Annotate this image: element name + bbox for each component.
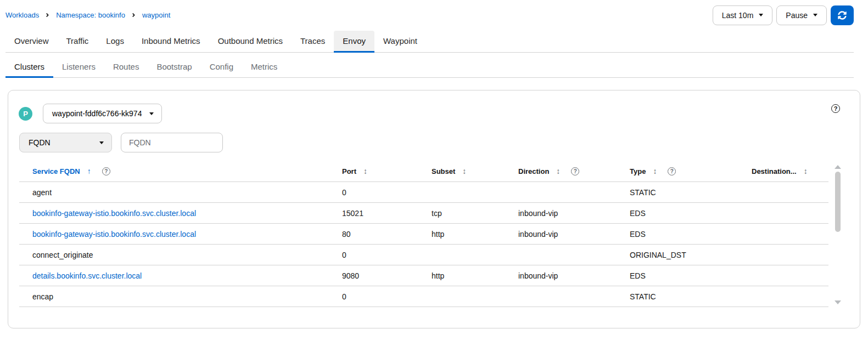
cell-port: 15021 [329,203,418,224]
column-type: Type ↕ ? [617,167,738,182]
table-row: bookinfo-gateway-istio.bookinfo.svc.clus… [19,224,828,245]
sort-icon[interactable]: ↕ [653,167,657,175]
column-service-fqdn-label[interactable]: Service FQDN [32,167,80,175]
envoy-clusters-card: P waypoint-fddf6c766-kk974 ? FQDN Servic… [8,90,860,328]
filter-type-label: FQDN [29,138,51,147]
pod-select-label: waypoint-fddf6c766-kk974 [52,109,142,118]
cell-port: 0 [329,245,418,265]
column-subset: Subset ↕ [418,167,505,182]
table-row: details.bookinfo.svc.cluster.local 9080 … [19,265,828,286]
breadcrumb-workloads-link[interactable]: Workloads [5,11,39,19]
service-fqdn-help-icon[interactable]: ? [102,167,110,175]
table-row: bookinfo-gateway-istio.bookinfo.svc.clus… [19,203,828,224]
scrollbar-up-arrow[interactable] [835,165,841,169]
cell-subset [418,286,505,307]
direction-help-icon[interactable]: ? [571,167,579,175]
cell-subset [418,182,505,203]
cell-port: 0 [329,182,418,203]
cell-service-fqdn: agent [19,182,329,203]
tab-waypoint[interactable]: Waypoint [374,31,426,53]
subtab-metrics[interactable]: Metrics [242,57,286,78]
duration-dropdown-label: Last 10m [722,11,754,20]
column-destination: Destination... ↕ [738,167,828,182]
subtab-listeners[interactable]: Listeners [53,57,104,78]
caret-down-icon [813,14,817,16]
cell-port: 80 [329,224,418,245]
cell-subset: tcp [418,203,505,224]
breadcrumb-namespace-link[interactable]: Namespace: bookinfo [56,11,125,19]
cell-type: STATIC [617,182,738,203]
table-header-row: Service FQDN ↑ ? Port ↕ Subset [19,167,828,182]
column-direction: Direction ↕ ? [505,167,617,182]
cell-type: ORIGINAL_DST [617,245,738,265]
sort-icon[interactable]: ↕ [804,167,808,175]
filter-row: FQDN [8,123,860,152]
breadcrumb: Workloads Namespace: bookinfo waypoint [5,11,170,19]
cell-destination [738,265,828,286]
breadcrumb-chevron-icon [131,12,136,18]
cell-subset: http [418,265,505,286]
subtab-bootstrap[interactable]: Bootstrap [148,57,200,78]
pod-select-dropdown[interactable]: waypoint-fddf6c766-kk974 [43,104,162,123]
column-subset-label[interactable]: Subset [432,167,455,175]
subtab-clusters[interactable]: Clusters [5,57,53,78]
sort-asc-icon[interactable]: ↑ [87,167,91,175]
refresh-interval-label: Pause [786,11,808,20]
cell-destination [738,286,828,307]
cell-service-fqdn: encap [19,286,329,307]
cell-direction [505,182,617,203]
type-help-icon[interactable]: ? [668,167,676,175]
refresh-interval-dropdown[interactable]: Pause [776,5,827,25]
cell-service-fqdn-link[interactable]: bookinfo-gateway-istio.bookinfo.svc.clus… [19,224,329,245]
tab-inbound-metrics[interactable]: Inbound Metrics [133,31,209,53]
tab-outbound-metrics[interactable]: Outbound Metrics [209,31,292,53]
sort-icon[interactable]: ↕ [462,167,466,175]
clusters-table: Service FQDN ↑ ? Port ↕ Subset [19,167,828,307]
scrollbar-down-arrow[interactable] [835,300,841,304]
cell-type: EDS [617,203,738,224]
column-port-label[interactable]: Port [342,167,356,175]
subtab-config[interactable]: Config [201,57,242,78]
tab-overview[interactable]: Overview [5,31,58,53]
proxy-status-badge: P [19,107,32,121]
cell-type: STATIC [617,286,738,307]
sort-icon[interactable]: ↕ [556,167,560,175]
cell-direction: inbound-vip [505,224,617,245]
toolbar: Last 10m Pause [713,5,854,25]
clusters-help-icon[interactable]: ? [831,104,840,113]
tab-traffic[interactable]: Traffic [58,31,98,53]
tab-traces[interactable]: Traces [292,31,334,53]
tab-envoy[interactable]: Envoy [334,31,374,53]
scrollbar-thumb[interactable] [835,172,841,232]
cell-service-fqdn: connect_originate [19,245,329,265]
refresh-button[interactable] [831,5,854,25]
tab-logs[interactable]: Logs [97,31,133,53]
cell-port: 9080 [329,265,418,286]
cell-subset [418,245,505,265]
sort-icon[interactable]: ↕ [363,167,367,175]
table-row: connect_originate 0 ORIGINAL_DST [19,245,828,265]
filter-type-dropdown[interactable]: FQDN [19,133,112,152]
cell-service-fqdn-link[interactable]: details.bookinfo.svc.cluster.local [19,265,329,286]
column-type-label[interactable]: Type [630,167,646,175]
breadcrumb-workload-link[interactable]: waypoint [142,11,170,19]
column-destination-label[interactable]: Destination... [752,167,797,175]
refresh-icon [838,11,847,20]
envoy-subtabs: Clusters Listeners Routes Bootstrap Conf… [5,57,854,78]
cell-service-fqdn-link[interactable]: bookinfo-gateway-istio.bookinfo.svc.clus… [19,203,329,224]
column-port: Port ↕ [329,167,418,182]
cell-destination [738,245,828,265]
subtab-routes[interactable]: Routes [104,57,148,78]
cell-direction [505,286,617,307]
duration-dropdown[interactable]: Last 10m [713,5,773,25]
cell-type: EDS [617,224,738,245]
cell-direction: inbound-vip [505,265,617,286]
cell-subset: http [418,224,505,245]
caret-down-icon [149,112,154,115]
table-row: encap 0 STATIC [19,286,828,307]
cell-destination [738,182,828,203]
column-direction-label[interactable]: Direction [518,167,549,175]
fqdn-filter-input[interactable] [121,133,223,152]
cell-destination [738,224,828,245]
caret-down-icon [759,14,763,16]
